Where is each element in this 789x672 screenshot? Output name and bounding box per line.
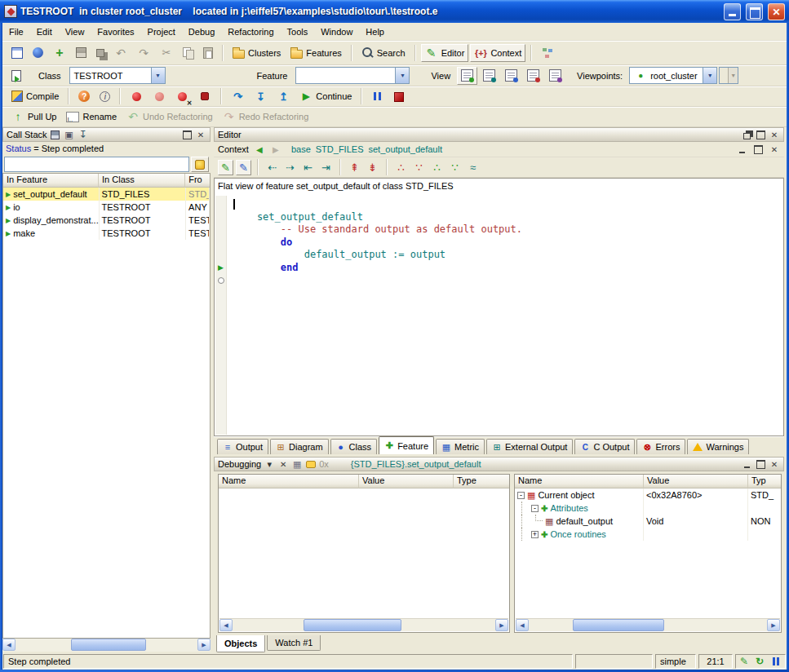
system-info-button[interactable] xyxy=(95,86,114,106)
chevron-down-icon[interactable] xyxy=(151,68,165,83)
editor-header[interactable]: Editor xyxy=(214,127,784,142)
object-tree-row-attributes[interactable]: - Attributes xyxy=(515,502,781,515)
expand-icon[interactable]: + xyxy=(531,531,539,538)
tab-c-output[interactable]: C Output xyxy=(574,439,635,454)
tab-metric[interactable]: Metric xyxy=(436,439,485,454)
undo-button[interactable] xyxy=(110,43,131,63)
comment-icon[interactable] xyxy=(305,458,317,470)
chevron-down-icon[interactable] xyxy=(703,68,716,83)
step-into-button[interactable] xyxy=(250,86,271,106)
breadcrumb-cluster[interactable]: base xyxy=(291,144,311,154)
collapse-icon[interactable]: - xyxy=(517,492,525,499)
open-button[interactable] xyxy=(29,43,47,63)
column-header-value[interactable]: Value xyxy=(359,475,454,489)
call-stack-row[interactable]: make TESTROOT TEST xyxy=(3,227,210,240)
maximize-pane-icon[interactable] xyxy=(181,129,193,140)
menu-tools[interactable]: Tools xyxy=(281,24,315,40)
menu-refactoring[interactable]: Refactoring xyxy=(221,24,280,40)
pause-button[interactable] xyxy=(367,86,387,106)
float-pane-icon[interactable] xyxy=(741,129,752,140)
pull-up-button[interactable]: Pull Up xyxy=(7,107,60,126)
close-pane-icon[interactable] xyxy=(769,129,780,140)
scroll-left-icon[interactable] xyxy=(219,619,233,631)
breakpoint-slot-icon[interactable] xyxy=(218,277,224,284)
editor-content[interactable]: Flat view of feature set_output_default … xyxy=(214,178,784,436)
column-header-in-class[interactable]: In Class xyxy=(99,174,185,188)
watch-table-hscrollbar[interactable] xyxy=(219,618,508,631)
disable-breakpoints-button[interactable] xyxy=(148,86,170,106)
scrollbar-track[interactable] xyxy=(529,619,767,631)
hex-toggle[interactable]: 0x xyxy=(319,459,329,469)
column-header-value[interactable]: Value xyxy=(644,475,748,489)
code-line-3[interactable]: -- Use standard output as default output… xyxy=(233,223,782,237)
close-button[interactable] xyxy=(768,3,785,20)
scroll-right-icon[interactable] xyxy=(197,639,211,651)
creators-icon[interactable]: ⇞ xyxy=(347,160,362,175)
column-header-type[interactable]: Typ xyxy=(748,475,781,489)
assignees-icon[interactable]: ⇥ xyxy=(318,160,334,175)
feature-combobox[interactable] xyxy=(295,67,410,84)
maximize-button[interactable] xyxy=(746,3,763,20)
object-tree-row-default-output[interactable]: default_output Void NON xyxy=(515,515,781,528)
suppliers-icon[interactable]: ∵ xyxy=(447,160,463,175)
scrollbar-thumb[interactable] xyxy=(304,619,401,631)
paste-button[interactable] xyxy=(199,43,217,63)
diagram-tool-button[interactable] xyxy=(537,43,557,63)
tab-diagram[interactable]: Diagram xyxy=(270,439,329,454)
stop-button[interactable] xyxy=(388,86,408,106)
compile-button[interactable]: Compile xyxy=(7,86,63,106)
column-header-type[interactable]: Type xyxy=(454,475,509,489)
stack-window-icon[interactable] xyxy=(64,129,75,140)
assigners-icon[interactable]: ⇤ xyxy=(300,160,316,175)
menu-window[interactable]: Window xyxy=(314,24,359,40)
call-stack-row[interactable]: io TESTROOT ANY xyxy=(3,201,210,214)
edit-breakpoints-button[interactable] xyxy=(194,86,215,106)
stack-depth-input[interactable] xyxy=(4,157,189,172)
step-over-button[interactable] xyxy=(227,86,248,106)
enable-breakpoints-button[interactable] xyxy=(126,86,147,106)
history-forward-icon[interactable] xyxy=(270,144,281,155)
tab-external-output[interactable]: External Output xyxy=(486,439,573,454)
chevron-down-icon[interactable] xyxy=(395,68,409,83)
features-button[interactable]: Features xyxy=(286,43,345,63)
undo-refactoring-button[interactable]: Undo Refactoring xyxy=(122,107,217,126)
callees-icon[interactable]: ⇢ xyxy=(282,160,298,175)
breadcrumb-feature[interactable]: set_output_default xyxy=(368,144,442,154)
menu-favorites[interactable]: Favorites xyxy=(91,24,140,40)
redo-refactoring-button[interactable]: Redo Refactoring xyxy=(219,107,313,126)
homonyms-icon[interactable]: ≈ xyxy=(465,160,481,175)
tab-errors[interactable]: Errors xyxy=(636,439,685,454)
maximize-pane-icon[interactable] xyxy=(755,458,766,470)
object-tree-row-current-object[interactable]: - Current object <0x32A8760> STD_ xyxy=(515,489,781,502)
chevron-down-icon[interactable] xyxy=(264,458,275,470)
class-combobox[interactable]: TESTROOT xyxy=(69,67,166,84)
remove-breakpoints-button[interactable] xyxy=(171,86,193,106)
save-button[interactable] xyxy=(72,43,91,63)
history-back-icon[interactable] xyxy=(254,144,265,155)
discover-melt-button[interactable] xyxy=(74,86,94,106)
minimize-button[interactable] xyxy=(724,3,741,20)
close-watch-icon[interactable] xyxy=(277,458,289,470)
menu-project[interactable]: Project xyxy=(141,24,182,40)
view-clickable-button[interactable] xyxy=(479,66,499,86)
callers-icon[interactable]: ⇠ xyxy=(264,160,280,175)
send-to-new-window-button[interactable] xyxy=(7,66,25,86)
column-header-from[interactable]: Fro xyxy=(185,174,210,188)
scrollbar-track[interactable] xyxy=(233,619,495,631)
view-contract-button[interactable] xyxy=(523,66,543,86)
menu-edit[interactable]: Edit xyxy=(30,24,59,40)
new-feature-icon[interactable]: ✎ xyxy=(236,160,251,175)
search-button[interactable]: Search xyxy=(357,43,410,63)
collapse-icon[interactable]: - xyxy=(531,505,539,512)
call-stack-row[interactable]: display_demonstrat... TESTROOT TEST xyxy=(3,214,210,227)
menu-view[interactable]: View xyxy=(59,24,91,40)
maximize-pane-icon[interactable] xyxy=(752,144,764,155)
save-stack-icon[interactable] xyxy=(50,129,61,140)
grid-view-icon[interactable] xyxy=(291,458,303,470)
code-line-4[interactable]: do xyxy=(233,237,782,250)
code-line-6[interactable]: end xyxy=(233,262,782,275)
tab-objects[interactable]: Objects xyxy=(216,635,265,652)
column-header-name[interactable]: Name xyxy=(515,475,644,489)
editor-toggle-button[interactable]: Editor xyxy=(421,44,469,62)
implementers-icon[interactable]: ⇟ xyxy=(365,160,380,175)
